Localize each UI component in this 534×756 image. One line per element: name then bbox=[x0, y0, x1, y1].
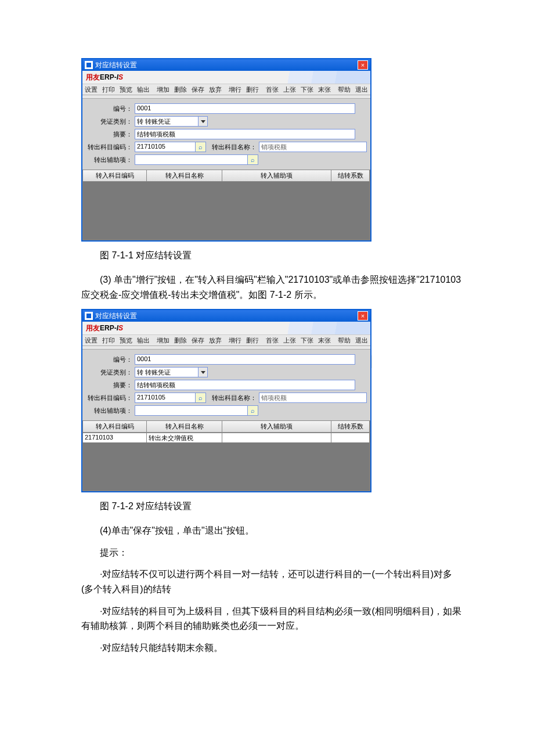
col-in-code: 转入科目编码 bbox=[83, 170, 147, 181]
dialog-window-2: 对应结转设置 × 用友ERP-IS 设置 打印 预览 输出 增加 删除 保存 放… bbox=[81, 309, 371, 492]
outcode-input[interactable]: 21710105 bbox=[135, 142, 196, 152]
paragraph-tip: 提示： bbox=[81, 545, 464, 560]
outname-field: 销项税额 bbox=[259, 393, 367, 403]
vtype-select[interactable]: 转 转账凭证 bbox=[135, 116, 199, 127]
tool-save[interactable]: 保存 bbox=[189, 85, 207, 94]
tool-delete[interactable]: 删除 bbox=[172, 336, 189, 345]
label-outaux: 转出辅助项： bbox=[86, 406, 135, 415]
col-in-aux: 转入辅助项 bbox=[222, 170, 331, 181]
label-vtype: 凭证类别： bbox=[86, 117, 135, 126]
tool-preview[interactable]: 预览 bbox=[117, 336, 135, 345]
label-outname: 转出科目名称： bbox=[212, 143, 257, 152]
brand-bar: 用友ERP-IS bbox=[82, 322, 370, 334]
paragraph-3: (3) 单击"增行"按钮，在"转入科目编码"栏输入"21710103"或单击参照… bbox=[81, 272, 464, 302]
dialog-window-1: 对应结转设置 × 用友ERP-IS 设置 打印 预览 输出 增加 删除 保存 放… bbox=[81, 58, 371, 242]
tool-preview[interactable]: 预览 bbox=[117, 85, 135, 94]
label-outaux: 转出辅助项： bbox=[86, 156, 135, 164]
tool-first[interactable]: 首张 bbox=[264, 336, 281, 345]
tool-exit[interactable]: 退出 bbox=[353, 85, 370, 94]
col-in-name: 转入科目名称 bbox=[147, 170, 222, 181]
app-icon bbox=[85, 61, 93, 69]
figure-caption-2: 图 7-1-2 对应结转设置 bbox=[81, 501, 464, 513]
brand-black: ERP- bbox=[100, 324, 117, 332]
cell-aux[interactable] bbox=[222, 433, 331, 442]
grid: 转入科目编码 转入科目名称 转入辅助项 结转系数 bbox=[82, 170, 370, 240]
tool-exit[interactable]: 退出 bbox=[353, 336, 370, 345]
col-ratio: 结转系数 bbox=[331, 421, 370, 432]
paragraph-7: ·对应结转只能结转期末余额。 bbox=[81, 640, 464, 656]
outaux-input[interactable] bbox=[135, 154, 248, 165]
search-icon[interactable] bbox=[196, 393, 206, 403]
tool-print[interactable]: 打印 bbox=[100, 336, 117, 345]
summary-input[interactable]: 结转销项税额 bbox=[135, 380, 355, 390]
grid: 转入科目编码 转入科目名称 转入辅助项 结转系数 21710103 转出未交增值… bbox=[82, 420, 370, 491]
tool-output[interactable]: 输出 bbox=[135, 336, 152, 345]
tool-help[interactable]: 帮助 bbox=[335, 85, 353, 94]
label-outname: 转出科目名称： bbox=[212, 394, 257, 402]
form-area: 编号： 0001 凭证类别： 转 转账凭证 摘要： 结转销项税额 转出科目编码：… bbox=[82, 350, 370, 420]
cell-code[interactable]: 21710103 bbox=[83, 433, 147, 442]
num-input[interactable]: 0001 bbox=[135, 354, 355, 365]
close-icon[interactable]: × bbox=[358, 311, 368, 321]
paragraph-4: (4)单击"保存"按钮，单击"退出"按钮。 bbox=[81, 523, 464, 538]
tool-delrow[interactable]: 删行 bbox=[244, 85, 261, 94]
col-in-code: 转入科目编码 bbox=[83, 421, 147, 432]
table-row[interactable]: 21710103 转出未交增值税 bbox=[83, 433, 370, 442]
tool-prev[interactable]: 上张 bbox=[281, 85, 298, 94]
titlebar: 对应结转设置 × bbox=[82, 310, 370, 322]
grid-body[interactable]: 21710103 转出未交增值税 bbox=[83, 433, 370, 491]
outcode-input[interactable]: 21710105 bbox=[135, 393, 196, 403]
tool-prev[interactable]: 上张 bbox=[281, 336, 298, 345]
search-icon[interactable] bbox=[196, 142, 206, 152]
tool-discard[interactable]: 放弃 bbox=[207, 336, 224, 345]
tool-print[interactable]: 打印 bbox=[100, 85, 117, 94]
grid-body[interactable] bbox=[83, 182, 370, 240]
num-input[interactable]: 0001 bbox=[135, 103, 355, 114]
tool-addrow[interactable]: 增行 bbox=[226, 85, 244, 94]
label-summary: 摘要： bbox=[86, 130, 135, 139]
toolbar: 设置 打印 预览 输出 增加 删除 保存 放弃 增行 删行 首张 上张 下张 末… bbox=[82, 84, 370, 95]
col-ratio: 结转系数 bbox=[331, 170, 370, 181]
tool-settings[interactable]: 设置 bbox=[82, 336, 100, 345]
vtype-select[interactable]: 转 转账凭证 bbox=[135, 367, 199, 377]
tool-add[interactable]: 增加 bbox=[154, 85, 172, 94]
tool-last[interactable]: 末张 bbox=[316, 85, 333, 94]
tool-addrow[interactable]: 增行 bbox=[226, 336, 244, 345]
brand-black: ERP- bbox=[100, 73, 117, 81]
chevron-down-icon[interactable] bbox=[199, 116, 208, 127]
col-in-aux: 转入辅助项 bbox=[222, 421, 331, 432]
titlebar: 对应结转设置 × bbox=[82, 59, 370, 71]
tool-save[interactable]: 保存 bbox=[189, 336, 207, 345]
toolbar: 设置 打印 预览 输出 增加 删除 保存 放弃 增行 删行 首张 上张 下张 末… bbox=[82, 334, 370, 346]
tool-discard[interactable]: 放弃 bbox=[207, 85, 224, 94]
paragraph-5: ·对应结转不仅可以进行两个科目一对一结转，还可以进行科目的一(一个转出科目)对多… bbox=[81, 567, 464, 596]
tool-add[interactable]: 增加 bbox=[154, 336, 172, 345]
app-icon bbox=[85, 312, 93, 320]
cell-name[interactable]: 转出未交增值税 bbox=[147, 433, 222, 442]
tool-help[interactable]: 帮助 bbox=[335, 336, 353, 345]
outname-field: 销项税额 bbox=[259, 142, 367, 152]
cell-ratio[interactable] bbox=[331, 433, 370, 442]
tool-last[interactable]: 末张 bbox=[316, 336, 333, 345]
label-outcode: 转出科目编码： bbox=[86, 143, 135, 152]
tool-output[interactable]: 输出 bbox=[135, 85, 152, 94]
brand-red: 用友 bbox=[86, 323, 100, 333]
tool-first[interactable]: 首张 bbox=[264, 85, 281, 94]
summary-input[interactable]: 结转销项税额 bbox=[135, 129, 355, 139]
outaux-input[interactable] bbox=[135, 405, 248, 416]
tool-settings[interactable]: 设置 bbox=[82, 85, 100, 94]
close-icon[interactable]: × bbox=[358, 60, 368, 70]
search-icon[interactable] bbox=[248, 405, 258, 416]
col-in-name: 转入科目名称 bbox=[147, 421, 222, 432]
search-icon[interactable] bbox=[248, 154, 258, 165]
tool-next[interactable]: 下张 bbox=[298, 85, 316, 94]
label-summary: 摘要： bbox=[86, 381, 135, 390]
figure-caption-1: 图 7-1-1 对应结转设置 bbox=[81, 250, 464, 262]
tool-next[interactable]: 下张 bbox=[298, 336, 316, 345]
tool-delete[interactable]: 删除 bbox=[172, 85, 189, 94]
brand-red: 用友 bbox=[86, 73, 100, 82]
tool-delrow[interactable]: 删行 bbox=[244, 336, 261, 345]
chevron-down-icon[interactable] bbox=[199, 367, 208, 377]
brand-bar: 用友ERP-IS bbox=[82, 71, 370, 84]
form-area: 编号： 0001 凭证类别： 转 转账凭证 摘要： 结转销项税额 转出科目编码：… bbox=[82, 99, 370, 170]
